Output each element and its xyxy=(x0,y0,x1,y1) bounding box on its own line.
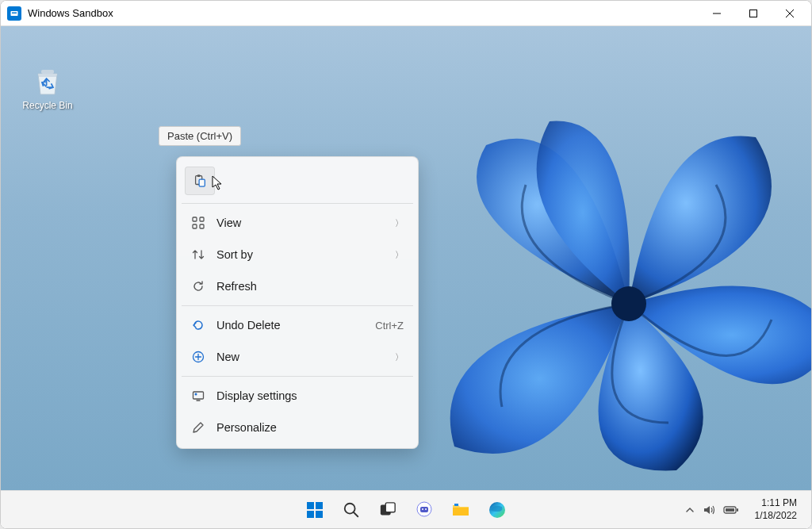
svg-rect-18 xyxy=(193,392,204,399)
task-view-button[interactable] xyxy=(372,494,404,526)
svg-rect-38 xyxy=(726,508,734,512)
svg-rect-3 xyxy=(750,10,757,17)
start-button[interactable] xyxy=(299,494,331,526)
search-button[interactable] xyxy=(335,494,367,526)
system-tray: 1:11 PM 1/18/2022 xyxy=(679,494,803,526)
svg-line-26 xyxy=(354,512,358,516)
menu-view-label: View xyxy=(216,217,395,229)
window-title: Windows Sandbox xyxy=(28,7,699,19)
svg-rect-21 xyxy=(307,502,314,509)
volume-icon xyxy=(703,504,715,516)
menu-action-row xyxy=(182,162,413,200)
svg-rect-37 xyxy=(737,508,738,512)
svg-rect-10 xyxy=(199,179,205,186)
task-view-icon xyxy=(379,501,396,519)
personalize-icon xyxy=(191,421,205,434)
svg-rect-9 xyxy=(197,174,201,177)
menu-separator xyxy=(182,203,413,204)
svg-rect-34 xyxy=(454,504,458,506)
recycle-bin[interactable]: Recycle Bin xyxy=(17,62,79,111)
sandbox-icon xyxy=(7,6,21,21)
clock[interactable]: 1:11 PM 1/18/2022 xyxy=(749,497,803,522)
desktop[interactable]: Recycle Bin Paste (Ctrl+V) xyxy=(1,26,811,490)
file-explorer-button[interactable] xyxy=(445,494,477,526)
svg-rect-11 xyxy=(193,217,197,221)
menu-separator xyxy=(182,305,413,306)
svg-rect-24 xyxy=(316,511,323,518)
edge-button[interactable] xyxy=(481,494,513,526)
menu-separator xyxy=(182,376,413,377)
svg-rect-28 xyxy=(385,502,395,512)
menu-view[interactable]: View 〉 xyxy=(182,207,413,239)
maximize-button[interactable] xyxy=(735,1,772,26)
menu-sort-by[interactable]: Sort by 〉 xyxy=(182,239,413,270)
svg-rect-12 xyxy=(200,217,204,221)
search-icon xyxy=(343,501,360,519)
menu-new[interactable]: New 〉 xyxy=(182,341,413,373)
refresh-icon xyxy=(191,280,205,293)
menu-undo-label: Undo Delete xyxy=(216,319,375,332)
svg-rect-22 xyxy=(316,502,323,509)
new-icon xyxy=(191,351,205,363)
menu-new-label: New xyxy=(216,351,395,363)
menu-personalize[interactable]: Personalize xyxy=(182,412,413,443)
recycle-bin-icon xyxy=(29,62,66,98)
chevron-right-icon: 〉 xyxy=(395,249,404,261)
sandbox-window: Windows Sandbox xyxy=(0,0,812,529)
battery-icon xyxy=(723,505,739,515)
svg-point-6 xyxy=(611,286,646,321)
menu-undo-delete[interactable]: Undo Delete Ctrl+Z xyxy=(182,309,413,341)
windows-icon xyxy=(305,500,324,519)
svg-rect-30 xyxy=(420,507,428,512)
window-controls xyxy=(699,1,808,26)
menu-refresh[interactable]: Refresh xyxy=(182,270,413,302)
menu-display-settings[interactable]: Display settings xyxy=(182,380,413,412)
menu-sort-label: Sort by xyxy=(216,248,395,261)
svg-point-32 xyxy=(425,508,427,510)
view-icon xyxy=(191,217,205,229)
recycle-bin-label: Recycle Bin xyxy=(17,100,79,111)
sort-icon xyxy=(191,248,205,261)
svg-point-31 xyxy=(422,508,423,510)
time: 1:11 PM xyxy=(755,497,797,510)
menu-refresh-label: Refresh xyxy=(216,280,404,293)
paste-icon xyxy=(193,174,207,188)
edge-icon xyxy=(488,500,507,519)
display-settings-icon xyxy=(191,389,205,402)
minimize-button[interactable] xyxy=(699,1,735,26)
svg-rect-1 xyxy=(12,12,17,13)
chat-icon xyxy=(415,500,434,519)
folder-icon xyxy=(451,500,470,519)
titlebar: Windows Sandbox xyxy=(1,1,811,26)
undo-icon xyxy=(191,319,205,332)
svg-rect-33 xyxy=(453,508,469,516)
taskbar-pinned-apps xyxy=(299,494,513,526)
chevron-right-icon: 〉 xyxy=(395,217,404,229)
taskbar: 1:11 PM 1/18/2022 xyxy=(1,490,811,528)
wallpaper-bloom xyxy=(383,98,811,478)
chevron-up-icon xyxy=(685,505,695,515)
paste-tooltip: Paste (Ctrl+V) xyxy=(159,126,241,146)
date: 1/18/2022 xyxy=(755,510,797,523)
close-button[interactable] xyxy=(772,1,808,26)
chevron-right-icon: 〉 xyxy=(395,351,404,363)
svg-rect-14 xyxy=(200,224,204,228)
menu-display-label: Display settings xyxy=(216,389,404,402)
svg-rect-7 xyxy=(41,70,54,74)
menu-personalize-label: Personalize xyxy=(216,421,404,434)
chat-button[interactable] xyxy=(408,494,440,526)
menu-undo-shortcut: Ctrl+Z xyxy=(375,320,404,332)
paste-button[interactable] xyxy=(185,167,215,195)
desktop-context-menu: View 〉 Sort by 〉 Refresh xyxy=(176,156,419,449)
svg-rect-13 xyxy=(193,224,197,228)
svg-point-20 xyxy=(195,393,197,396)
tray-area[interactable] xyxy=(679,494,745,526)
svg-rect-23 xyxy=(307,511,314,518)
